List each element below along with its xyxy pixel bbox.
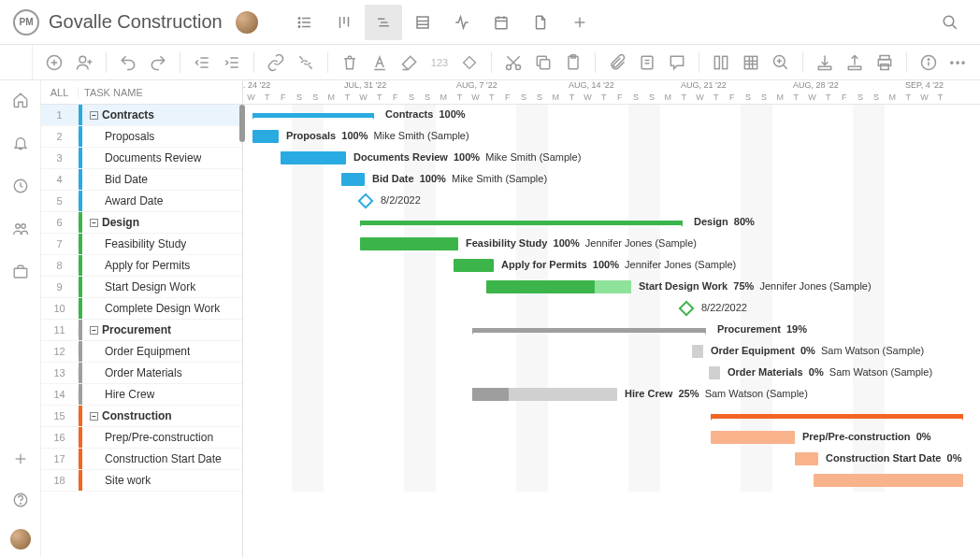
grid-icon[interactable] — [739, 50, 763, 75]
task-row[interactable]: 3Documents Review — [41, 148, 242, 169]
collapse-toggle-icon[interactable]: − — [90, 412, 98, 421]
app-logo[interactable]: PM — [13, 9, 39, 36]
svg-point-3 — [298, 17, 300, 19]
task-bar[interactable] — [252, 130, 279, 143]
task-row[interactable]: 2Proposals — [41, 126, 242, 148]
project-avatar[interactable] — [236, 11, 258, 34]
task-row[interactable]: 16Prep/Pre-construction — [41, 427, 242, 449]
add-icon[interactable] — [8, 447, 33, 471]
link-icon[interactable] — [264, 50, 288, 75]
text-color-icon[interactable] — [368, 50, 392, 75]
task-bar[interactable] — [360, 237, 458, 250]
task-row[interactable]: 6−Design — [41, 212, 242, 234]
notifications-icon[interactable] — [8, 131, 33, 155]
svg-rect-41 — [540, 59, 550, 68]
task-name: Site work — [82, 474, 151, 487]
add-view-tab[interactable] — [561, 5, 598, 40]
task-bar[interactable] — [814, 474, 963, 487]
unlink-icon[interactable] — [294, 50, 318, 75]
task-bar[interactable] — [341, 173, 365, 186]
svg-line-36 — [309, 65, 311, 68]
export-icon[interactable] — [843, 50, 867, 75]
milestone-diamond[interactable] — [679, 301, 695, 317]
task-row[interactable]: 9Start Design Work — [41, 277, 242, 298]
info-icon[interactable] — [916, 50, 941, 75]
more-icon[interactable]: ••• — [946, 50, 971, 75]
zoom-icon[interactable] — [769, 50, 793, 75]
recent-icon[interactable] — [8, 174, 33, 198]
week-label: . 24 '22 — [243, 80, 270, 90]
week-label: AUG, 14 '22 — [569, 80, 614, 90]
search-button[interactable] — [933, 6, 967, 39]
task-row[interactable]: 4Bid Date — [41, 169, 242, 191]
redo-icon[interactable] — [146, 50, 170, 75]
task-row[interactable]: 10Complete Design Work — [41, 298, 242, 320]
task-row[interactable]: 14Hire Crew — [41, 384, 242, 406]
calendar-view-tab[interactable] — [483, 5, 520, 40]
summary-bar[interactable] — [360, 221, 683, 225]
milestone-diamond[interactable] — [358, 193, 374, 209]
gantt-row: 8/22/2022 — [243, 298, 980, 320]
note-icon[interactable] — [635, 50, 659, 75]
task-row[interactable]: 12Order Equipment — [41, 341, 242, 363]
collapse-toggle-icon[interactable]: − — [90, 219, 98, 227]
board-view-tab[interactable] — [325, 5, 363, 40]
comment-icon[interactable] — [665, 50, 689, 75]
delete-icon[interactable] — [338, 50, 362, 75]
task-row[interactable]: 5Award Date — [41, 191, 242, 212]
task-bar[interactable] — [454, 259, 494, 272]
clear-format-icon[interactable] — [397, 50, 422, 75]
task-bar[interactable] — [709, 366, 720, 379]
team-icon[interactable] — [8, 217, 33, 241]
add-user-icon[interactable] — [72, 50, 96, 75]
gantt-view-tab[interactable] — [365, 5, 402, 40]
project-title[interactable]: Govalle Construction — [49, 11, 223, 33]
priority-icon[interactable] — [457, 50, 482, 75]
task-bar[interactable] — [281, 151, 346, 164]
cut-icon[interactable] — [501, 50, 526, 75]
summary-bar[interactable] — [252, 113, 374, 118]
import-icon[interactable] — [813, 50, 837, 75]
help-icon[interactable] — [8, 488, 33, 512]
task-bar[interactable] — [711, 431, 795, 444]
collapse-toggle-icon[interactable]: − — [90, 326, 98, 335]
task-bar-progress[interactable] — [486, 280, 595, 293]
task-row[interactable]: 15−Construction — [41, 406, 242, 427]
task-bar[interactable] — [795, 452, 818, 465]
bar-label: Feasibility Study 100% Jennifer Jones (S… — [466, 237, 697, 249]
task-row[interactable]: 13Order Materials — [41, 363, 242, 384]
column-header-name[interactable]: TASK NAME — [79, 87, 143, 98]
activity-view-tab[interactable] — [443, 5, 481, 40]
home-icon[interactable] — [8, 88, 33, 112]
add-circle-icon[interactable] — [42, 50, 66, 75]
portfolio-icon[interactable] — [8, 260, 33, 284]
indent-icon[interactable] — [220, 50, 244, 75]
columns-icon[interactable] — [709, 50, 733, 75]
task-bar-progress[interactable] — [472, 388, 509, 401]
collapse-toggle-icon[interactable]: − — [90, 111, 98, 120]
task-row[interactable]: 8Apply for Permits — [41, 255, 242, 277]
paste-icon[interactable] — [561, 50, 585, 75]
gantt-chart[interactable]: . 24 '22JUL, 31 '22AUG, 7 '22AUG, 14 '22… — [243, 80, 980, 557]
task-row[interactable]: 17Construction Start Date — [41, 449, 242, 470]
task-bar[interactable] — [692, 345, 703, 358]
print-icon[interactable] — [872, 50, 897, 75]
summary-bar[interactable] — [472, 328, 706, 333]
attach-icon[interactable] — [605, 50, 629, 75]
summary-bar[interactable] — [711, 414, 963, 419]
sheet-view-tab[interactable] — [404, 5, 441, 40]
task-row[interactable]: 7Feasibility Study — [41, 234, 242, 255]
task-row[interactable]: 18Site work — [41, 470, 242, 492]
column-header-all[interactable]: ALL — [41, 87, 79, 98]
list-view-tab[interactable] — [286, 5, 324, 40]
copy-icon[interactable] — [531, 50, 555, 75]
task-row[interactable]: 1−Contracts — [41, 105, 242, 126]
number-icon[interactable]: 123 — [427, 50, 452, 75]
svg-rect-47 — [714, 56, 719, 68]
outdent-icon[interactable] — [190, 50, 214, 75]
user-avatar[interactable] — [10, 529, 31, 550]
file-view-tab[interactable] — [522, 5, 559, 40]
task-name: Order Equipment — [82, 345, 190, 358]
undo-icon[interactable] — [116, 50, 140, 75]
task-row[interactable]: 11−Procurement — [41, 320, 242, 341]
